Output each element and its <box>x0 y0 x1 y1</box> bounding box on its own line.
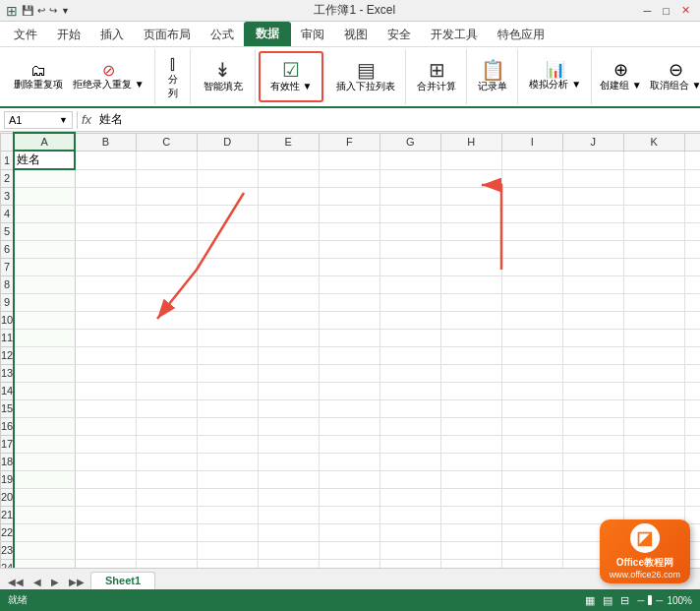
cell-K2[interactable] <box>623 169 684 187</box>
cell-C20[interactable] <box>136 488 197 506</box>
row-header-19[interactable]: 19 <box>1 470 15 488</box>
cell-H23[interactable] <box>440 541 501 559</box>
cell-D2[interactable] <box>197 169 258 187</box>
cell-E10[interactable] <box>258 311 319 329</box>
cell-F23[interactable] <box>319 541 379 559</box>
btn-record[interactable]: 📋 记录单 <box>474 51 511 102</box>
cell-A10[interactable] <box>14 311 75 329</box>
cell-D14[interactable] <box>197 382 258 399</box>
cell-F9[interactable] <box>319 293 379 311</box>
cell-L1[interactable] <box>684 151 700 169</box>
cell-H17[interactable] <box>440 435 501 453</box>
cell-A2[interactable] <box>14 169 75 187</box>
cell-G4[interactable] <box>379 205 440 222</box>
cell-G10[interactable] <box>379 311 440 329</box>
sheet-nav-left[interactable]: ◀◀ <box>4 575 28 589</box>
cell-G20[interactable] <box>379 488 440 506</box>
cell-E21[interactable] <box>258 506 319 523</box>
cell-D3[interactable] <box>197 187 258 205</box>
cell-A4[interactable] <box>14 205 75 222</box>
cell-I2[interactable] <box>501 169 562 187</box>
cell-C4[interactable] <box>136 205 197 222</box>
cell-K1[interactable] <box>623 151 684 169</box>
cell-J16[interactable] <box>562 417 623 435</box>
cell-J3[interactable] <box>562 187 623 205</box>
win-maximize[interactable]: □ <box>659 5 673 17</box>
cell-K16[interactable] <box>623 417 684 435</box>
col-header-E[interactable]: E <box>258 133 319 151</box>
cell-F22[interactable] <box>319 523 379 541</box>
sheet-tab-sheet1[interactable]: Sheet1 <box>90 572 155 589</box>
cell-I13[interactable] <box>501 364 562 382</box>
tab-data[interactable]: 数据 <box>244 22 291 46</box>
cell-H20[interactable] <box>440 488 501 506</box>
cell-H12[interactable] <box>440 346 501 364</box>
cell-I21[interactable] <box>501 506 562 523</box>
row-header-5[interactable]: 5 <box>1 222 15 240</box>
cell-G23[interactable] <box>379 541 440 559</box>
cell-I4[interactable] <box>501 205 562 222</box>
cell-B5[interactable] <box>75 222 136 240</box>
quick-customize[interactable]: ▼ <box>61 6 70 16</box>
cell-J11[interactable] <box>562 329 623 346</box>
cell-H3[interactable] <box>440 187 501 205</box>
cell-D16[interactable] <box>197 417 258 435</box>
cell-E1[interactable] <box>258 151 319 169</box>
cell-J7[interactable] <box>562 258 623 275</box>
row-header-17[interactable]: 17 <box>1 435 15 453</box>
cell-H8[interactable] <box>440 275 501 293</box>
cell-D6[interactable] <box>197 240 258 258</box>
cell-J15[interactable] <box>562 399 623 417</box>
cell-F7[interactable] <box>319 258 379 275</box>
cell-J12[interactable] <box>562 346 623 364</box>
cell-L2[interactable] <box>684 169 700 187</box>
tab-devtools[interactable]: 开发工具 <box>421 24 488 46</box>
cell-C23[interactable] <box>136 541 197 559</box>
cell-B15[interactable] <box>75 399 136 417</box>
row-header-1[interactable]: 1 <box>1 151 15 169</box>
tab-features[interactable]: 特色应用 <box>488 24 554 46</box>
cell-L6[interactable] <box>684 240 700 258</box>
cell-C8[interactable] <box>136 275 197 293</box>
cell-C10[interactable] <box>136 311 197 329</box>
cell-K4[interactable] <box>623 205 684 222</box>
cell-D11[interactable] <box>197 329 258 346</box>
cell-L11[interactable] <box>684 329 700 346</box>
cell-C13[interactable] <box>136 364 197 382</box>
cell-J9[interactable] <box>562 293 623 311</box>
cell-K20[interactable] <box>623 488 684 506</box>
row-header-22[interactable]: 22 <box>1 523 15 541</box>
cell-D8[interactable] <box>197 275 258 293</box>
cell-L20[interactable] <box>684 488 700 506</box>
cell-G6[interactable] <box>379 240 440 258</box>
cell-L9[interactable] <box>684 293 700 311</box>
col-header-C[interactable]: C <box>136 133 197 151</box>
cell-L15[interactable] <box>684 399 700 417</box>
cell-B16[interactable] <box>75 417 136 435</box>
cell-L19[interactable] <box>684 470 700 488</box>
cell-L5[interactable] <box>684 222 700 240</box>
cell-A23[interactable] <box>14 541 75 559</box>
cell-C16[interactable] <box>136 417 197 435</box>
cell-G11[interactable] <box>379 329 440 346</box>
cell-J18[interactable] <box>562 453 623 470</box>
row-header-20[interactable]: 20 <box>1 488 15 506</box>
col-header-B[interactable]: B <box>75 133 136 151</box>
cell-G19[interactable] <box>379 470 440 488</box>
cell-C7[interactable] <box>136 258 197 275</box>
cell-I8[interactable] <box>501 275 562 293</box>
cell-L7[interactable] <box>684 258 700 275</box>
cell-J20[interactable] <box>562 488 623 506</box>
cell-I10[interactable] <box>501 311 562 329</box>
cell-L16[interactable] <box>684 417 700 435</box>
btn-merge-calc[interactable]: ⊞ 合并计算 <box>413 51 460 102</box>
cell-F21[interactable] <box>319 506 379 523</box>
cell-D1[interactable] <box>197 151 258 169</box>
win-minimize[interactable]: ─ <box>640 5 656 17</box>
cell-F12[interactable] <box>319 346 379 364</box>
cell-H11[interactable] <box>440 329 501 346</box>
cell-D18[interactable] <box>197 453 258 470</box>
win-close[interactable]: ✕ <box>677 4 694 17</box>
sheet-nav-right[interactable]: ▶▶ <box>65 575 88 589</box>
cell-C3[interactable] <box>136 187 197 205</box>
